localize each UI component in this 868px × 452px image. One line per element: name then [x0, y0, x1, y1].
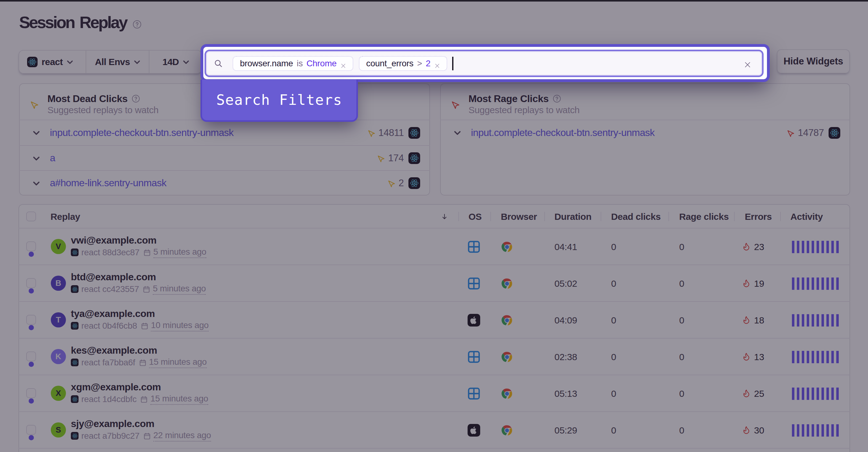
search-token-count-errors[interactable]: count_errors > 2	[359, 56, 447, 71]
text-cursor	[452, 57, 454, 70]
token-value: Chrome	[307, 59, 337, 68]
token-key: browser.name	[240, 59, 293, 68]
remove-token-icon[interactable]	[341, 61, 346, 66]
clear-search-icon[interactable]	[744, 61, 751, 68]
search-filters-label: Search Filters	[216, 91, 342, 108]
token-value: 2	[426, 59, 430, 68]
search-filters-callout: Search Filters	[200, 80, 358, 122]
token-key: count_errors	[366, 59, 414, 68]
search-icon	[214, 59, 222, 67]
token-operator: >	[417, 59, 422, 68]
search-token-browser-name[interactable]: browser.name is Chrome	[232, 56, 353, 71]
remove-token-icon[interactable]	[435, 61, 440, 66]
search-input[interactable]: browser.name is Chrome count_errors > 2	[205, 50, 764, 77]
search-bar-highlight: browser.name is Chrome count_errors > 2	[200, 44, 770, 82]
session-replay-page: Session Replay react All Envs 14D Hide W…	[0, 0, 868, 452]
token-operator: is	[297, 59, 303, 68]
